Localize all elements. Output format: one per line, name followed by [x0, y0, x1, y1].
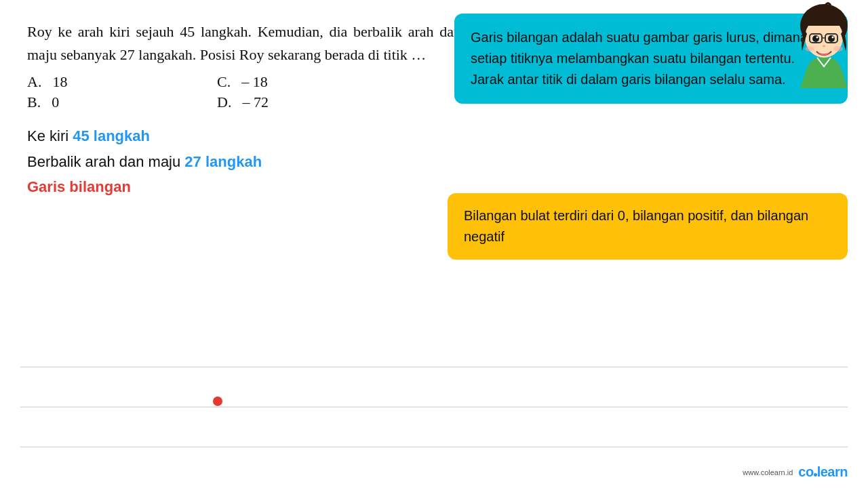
svg-point-7 — [816, 37, 818, 39]
option-d-label: D. — [217, 94, 231, 111]
footer-brand: colearn — [798, 464, 848, 480]
svg-point-6 — [828, 35, 835, 42]
option-d: D. – 72 — [217, 94, 407, 111]
key-point-2-prefix: Berbalik arah dan maju — [27, 153, 184, 170]
option-d-value: – 72 — [242, 94, 269, 111]
svg-point-11 — [833, 46, 843, 52]
svg-point-8 — [832, 37, 834, 39]
option-a-label: A. — [27, 73, 41, 91]
info-cyan-text: Garis bilangan adalah suatu gambar garis… — [471, 30, 808, 87]
svg-point-5 — [812, 35, 819, 42]
lines-area — [0, 367, 868, 447]
option-c-value: – 18 — [241, 73, 268, 91]
question-text: Roy ke arah kiri sejauh 45 langkah. Kemu… — [27, 20, 461, 66]
h-line-2 — [20, 407, 848, 407]
key-point-1-prefix: Ke kiri — [27, 127, 73, 144]
option-a: A. 18 — [27, 73, 217, 91]
footer-brand-suffix: learn — [817, 464, 848, 479]
option-b-label: B. — [27, 94, 41, 111]
option-b-value: 0 — [52, 94, 59, 111]
character-illustration — [780, 0, 868, 88]
key-point-1-highlight: 45 langkah — [73, 127, 150, 144]
option-c-label: C. — [217, 73, 231, 91]
option-a-value: 18 — [52, 73, 67, 91]
footer-brand-prefix: co — [798, 464, 813, 479]
svg-point-9 — [823, 45, 825, 47]
key-point-1: Ke kiri 45 langkah — [27, 123, 841, 148]
info-yellow-text: Bilangan bulat terdiri dari 0, bilangan … — [464, 208, 808, 244]
h-line-1 — [20, 367, 848, 367]
footer: www.colearn.id colearn — [743, 464, 848, 480]
key-points: Ke kiri 45 langkah Berbalik arah dan maj… — [27, 123, 841, 199]
key-point-2: Berbalik arah dan maju 27 langkah — [27, 149, 841, 174]
option-b: B. 0 — [27, 94, 217, 111]
key-point-3-text: Garis bilangan — [27, 178, 131, 195]
red-dot — [213, 396, 222, 406]
h-line-3 — [20, 447, 848, 447]
option-c: C. – 18 — [217, 73, 407, 91]
footer-website: www.colearn.id — [743, 468, 793, 476]
svg-point-10 — [805, 46, 814, 52]
key-point-2-highlight: 27 langkah — [184, 153, 262, 170]
info-box-yellow: Bilangan bulat terdiri dari 0, bilangan … — [448, 193, 848, 260]
